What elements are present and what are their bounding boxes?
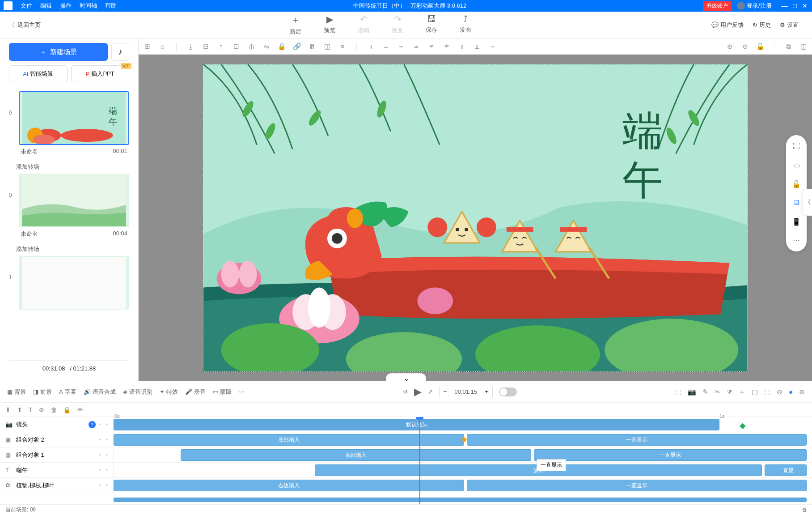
track-text[interactable]: T端午•• 放大一直显 [0, 463, 812, 478]
new-button[interactable]: ＋新建 [290, 14, 301, 36]
scene-item-10[interactable]: 10 未命名00:04 [9, 174, 129, 238]
track-obj2[interactable]: ▦组合对象 2•• 底部渐入◆一直显示 [0, 432, 812, 447]
guide-icon[interactable]: ⊞ [143, 43, 151, 51]
canvas-viewport[interactable]: 端 午 [139, 55, 812, 381]
clip-obj1-enter[interactable]: 底部渐入 [181, 449, 531, 461]
tab-foreground[interactable]: ◨前景 [33, 388, 52, 396]
close-button[interactable]: ✕ [802, 2, 808, 9]
fit-icon[interactable]: ▭ [791, 160, 801, 170]
delete-track-icon[interactable]: 🗑 [51, 406, 57, 413]
minimize-button[interactable]: — [782, 2, 788, 9]
clip-camera[interactable]: 默认镜头 [114, 419, 719, 430]
track-extra[interactable] [0, 493, 812, 504]
settings-button[interactable]: ⚙设置 [780, 21, 799, 29]
filter-icon[interactable]: ⧩ [727, 388, 732, 396]
adjust-icon[interactable]: ⫨ [739, 388, 745, 396]
clip-obj2-stay[interactable]: 一直显示 [467, 434, 807, 446]
feedback-button[interactable]: 💬用户反馈 [711, 21, 744, 29]
layers-icon[interactable]: ≡ [338, 43, 347, 51]
distribute-v-icon[interactable]: ⫫ [473, 43, 481, 51]
new-scene-button[interactable]: ＋ 新建场景 [9, 43, 108, 61]
tab-asr[interactable]: ◈语音识别 [123, 388, 152, 396]
add-transition-10[interactable]: 添加转场 [9, 243, 129, 256]
publish-button[interactable]: ⤴发布 [460, 14, 471, 36]
menu-timeline[interactable]: 时间轴 [80, 2, 97, 10]
keyframe-icon[interactable]: ⬚ [675, 388, 681, 396]
zoom-in-icon[interactable]: ⊕ [726, 43, 734, 51]
distribute-icon[interactable]: ⫛ [247, 43, 255, 51]
menu-file[interactable]: 文件 [21, 2, 32, 10]
zoom-in2-icon[interactable]: ⊕ [799, 388, 805, 396]
tab-effects[interactable]: ✦特效 [160, 388, 178, 396]
clip-plant-stay[interactable]: 一直显示 [467, 480, 807, 491]
align-bottom-icon[interactable]: ⭳ [186, 43, 195, 51]
desktop-icon[interactable]: 🖥 [791, 198, 801, 208]
clip-obj2-enter[interactable]: 底部渐入 [114, 434, 464, 446]
insert-ppt-button[interactable]: P插入PPTVIP [71, 65, 130, 82]
add-track-icon[interactable]: ⊕ [39, 406, 44, 413]
align-center-icon[interactable]: ⫠ [382, 43, 390, 51]
align-top-icon[interactable]: ⭱ [217, 43, 225, 51]
play-button[interactable]: ▶ [414, 386, 422, 398]
group-icon[interactable]: ◫ [323, 43, 331, 51]
expand-icon[interactable]: ⤢ [428, 388, 433, 395]
tab-mask[interactable]: ▭蒙版 [213, 388, 232, 396]
stage[interactable]: 端 午 [203, 64, 748, 372]
zoom-out2-icon[interactable]: ⊖ [777, 388, 782, 396]
home-icon[interactable]: ⌂ [158, 43, 166, 51]
export-icon[interactable]: ⬆ [17, 406, 22, 413]
snap-toggle[interactable] [499, 387, 517, 396]
upgrade-button[interactable]: 升级账户 [703, 1, 732, 11]
menu-help[interactable]: 帮助 [105, 2, 117, 10]
unlock-icon[interactable]: 🔓 [791, 179, 801, 189]
tab-record[interactable]: 🎤录音 [185, 388, 206, 396]
zoom-out-icon[interactable]: ⊖ [741, 43, 749, 51]
cut-icon[interactable]: ✂ [715, 388, 720, 396]
playhead[interactable] [419, 417, 420, 504]
clip-extra[interactable] [114, 498, 807, 502]
copy-status-icon[interactable]: ⧉ [803, 507, 807, 513]
more-icon[interactable]: ⋯ [791, 235, 801, 245]
flip-h-icon[interactable]: ⇋ [262, 43, 271, 51]
add-transition-09[interactable]: 添加转场 [9, 160, 129, 174]
help-icon[interactable]: ? [89, 421, 96, 428]
delete-icon[interactable]: 🗑 [308, 43, 316, 51]
clip-text-stay[interactable]: 一直显 [765, 464, 807, 476]
track-obj1[interactable]: ▦组合对象 1•• 底部渐入一直显示 [0, 447, 812, 463]
add-keyframe-icon[interactable]: ◆ [740, 421, 746, 430]
maximize-button[interactable]: □ [793, 2, 797, 9]
music-button[interactable]: ♪ [111, 43, 129, 61]
align-bot2-icon[interactable]: ⫪ [458, 43, 466, 51]
collapse-timeline-button[interactable]: ⌄ [386, 373, 426, 383]
redo-button[interactable]: ↷恢复 [392, 14, 403, 36]
menu-edit[interactable]: 编辑 [40, 2, 52, 10]
expand-panel-button[interactable]: 〈 [803, 189, 812, 216]
lock-track-icon[interactable]: 🔒 [63, 406, 71, 413]
save-button[interactable]: 🖫保存 [426, 14, 437, 36]
tab-background[interactable]: ▦背景 [7, 388, 26, 396]
visibility-icon[interactable]: 👁 [77, 406, 83, 413]
import-icon[interactable]: ⬇ [5, 406, 11, 413]
align-middle-icon[interactable]: ⊟ [202, 43, 210, 51]
track-plant[interactable]: ✿植物,柳枝,柳叶•• 右边渐入一直显示 [0, 478, 812, 493]
menu-action[interactable]: 操作 [60, 2, 72, 10]
align-mid2-icon[interactable]: ⫩ [443, 43, 451, 51]
link-icon[interactable]: 🔗 [293, 43, 301, 51]
lock2-icon[interactable]: 🔓 [756, 43, 764, 51]
history-button[interactable]: ↻历史 [753, 21, 771, 29]
tab-subtitle[interactable]: A字幕 [59, 388, 76, 396]
scene-item-11[interactable]: 11 [9, 256, 129, 310]
align-right-icon[interactable]: ⫟ [397, 43, 405, 51]
ai-scene-button[interactable]: AI智能场景 [9, 65, 68, 82]
paste-icon[interactable]: ◫ [799, 43, 808, 51]
clip-obj1-stay[interactable]: 一直显示 [534, 449, 807, 461]
align-vcenter-icon[interactable]: ⊡ [232, 43, 240, 51]
zoom-slider-icon[interactable]: ● [789, 388, 793, 396]
more-tabs-icon[interactable]: ⋯ [239, 388, 245, 395]
undo-button[interactable]: ↶撤销 [358, 14, 369, 36]
lock-icon[interactable]: 🔒 [278, 43, 286, 51]
distribute-h-icon[interactable]: ⫨ [412, 43, 420, 51]
time-minus-button[interactable]: − [440, 386, 451, 398]
edit-icon[interactable]: ✎ [702, 388, 708, 396]
clip-plant-enter[interactable]: 右边渐入 [114, 480, 464, 491]
